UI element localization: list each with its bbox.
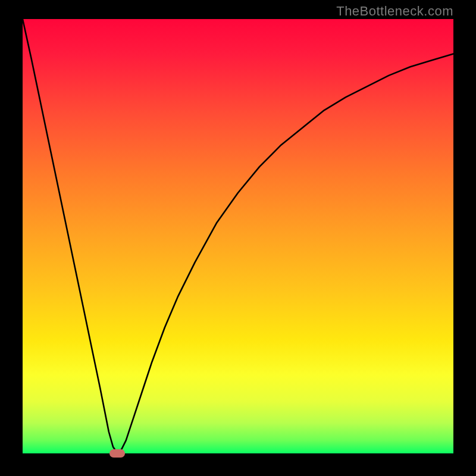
chart-frame: TheBottleneck.com [0, 0, 476, 476]
watermark-text: TheBottleneck.com [336, 4, 453, 19]
min-marker [109, 449, 125, 458]
chart-svg [23, 19, 453, 453]
curve-path [23, 19, 453, 453]
plot-area [23, 19, 453, 453]
